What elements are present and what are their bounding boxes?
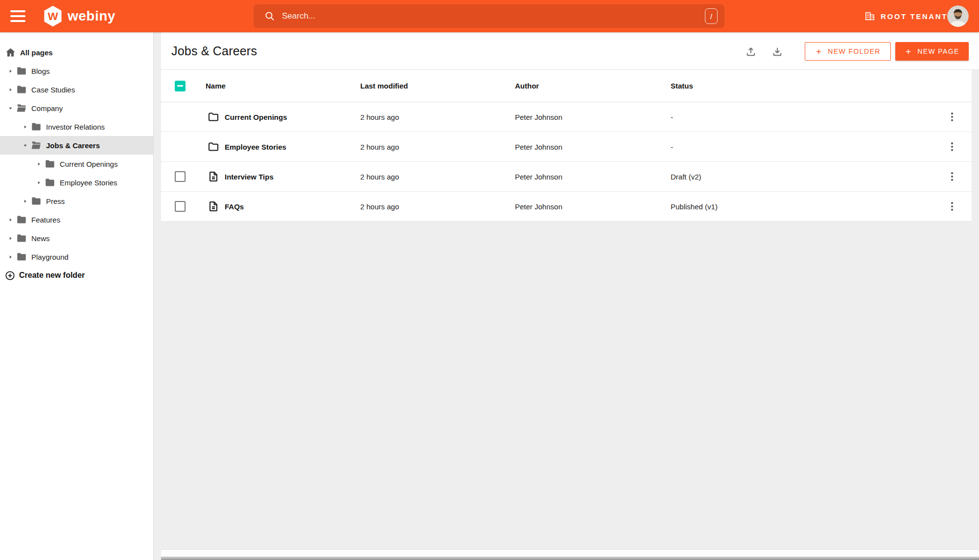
sidebar: All pages Blogs Case Studies Company Inv… bbox=[0, 32, 154, 560]
folder-icon bbox=[16, 66, 27, 76]
chevron-down-icon[interactable] bbox=[6, 104, 15, 112]
row-status: - bbox=[671, 143, 944, 151]
main-content: Jobs & Careers NEW FOLDER NEW PAGE Name … bbox=[154, 32, 979, 560]
row-modified: 2 hours ago bbox=[360, 202, 515, 211]
sidebar-item-case-studies[interactable]: Case Studies bbox=[0, 80, 153, 99]
top-bar: W webiny / ROOT TENANT bbox=[0, 0, 979, 32]
row-name[interactable]: Interview Tips bbox=[225, 173, 274, 181]
search-bar[interactable]: / bbox=[254, 4, 724, 28]
create-folder-label: Create new folder bbox=[19, 271, 85, 280]
page-title: Jobs & Careers bbox=[171, 44, 257, 58]
table-row[interactable]: Current Openings 2 hours ago Peter Johns… bbox=[161, 102, 972, 132]
row-author: Peter Johnson bbox=[515, 202, 671, 211]
sidebar-item-label: Employee Stories bbox=[60, 179, 117, 187]
row-name[interactable]: Employee Stories bbox=[225, 143, 286, 151]
sidebar-item-label: Case Studies bbox=[31, 86, 75, 94]
bottom-shadow bbox=[161, 557, 979, 560]
new-folder-label: NEW FOLDER bbox=[828, 47, 880, 55]
sidebar-item-investor-relations[interactable]: Investor Relations bbox=[0, 117, 153, 136]
table-row[interactable]: Interview Tips 2 hours ago Peter Johnson… bbox=[161, 162, 972, 192]
folder-icon bbox=[16, 233, 27, 244]
sidebar-item-label: Blogs bbox=[31, 67, 50, 75]
column-header-author[interactable]: Author bbox=[515, 82, 671, 90]
folder-icon bbox=[208, 141, 219, 153]
row-actions-kebab-icon[interactable] bbox=[945, 200, 959, 213]
row-actions-kebab-icon[interactable] bbox=[945, 110, 959, 124]
folder-open-icon bbox=[16, 103, 27, 113]
sidebar-item-label: Playground bbox=[31, 253, 69, 261]
chevron-right-icon[interactable] bbox=[34, 159, 43, 168]
chevron-right-icon[interactable] bbox=[6, 234, 15, 243]
avatar[interactable] bbox=[947, 5, 969, 27]
plus-icon bbox=[815, 48, 822, 55]
sidebar-item-employee-stories[interactable]: Employee Stories bbox=[0, 173, 153, 192]
row-actions-kebab-icon[interactable] bbox=[945, 140, 959, 154]
sidebar-item-label: News bbox=[31, 234, 50, 243]
sidebar-item-label: Jobs & Careers bbox=[46, 141, 100, 150]
sidebar-item-press[interactable]: Press bbox=[0, 192, 153, 210]
new-folder-button[interactable]: NEW FOLDER bbox=[805, 42, 891, 61]
folder-icon bbox=[16, 84, 27, 95]
chevron-right-icon[interactable] bbox=[6, 85, 15, 94]
row-actions-kebab-icon[interactable] bbox=[945, 170, 959, 183]
sidebar-item-company[interactable]: Company bbox=[0, 99, 153, 117]
sidebar-item-label: All pages bbox=[20, 48, 53, 57]
import-upload-icon[interactable] bbox=[741, 42, 761, 61]
logo-wordmark: webiny bbox=[68, 8, 116, 24]
header-actions: NEW FOLDER NEW PAGE bbox=[741, 42, 969, 61]
sidebar-item-label: Features bbox=[31, 216, 60, 224]
row-name[interactable]: Current Openings bbox=[225, 113, 287, 121]
sidebar-item-label: Investor Relations bbox=[46, 123, 105, 131]
new-page-label: NEW PAGE bbox=[917, 47, 959, 55]
svg-text:W: W bbox=[47, 10, 58, 22]
folder-icon bbox=[45, 158, 55, 169]
create-new-folder-button[interactable]: Create new folder bbox=[0, 266, 153, 285]
home-icon bbox=[5, 47, 16, 58]
chevron-right-icon[interactable] bbox=[6, 252, 15, 261]
row-status: Draft (v2) bbox=[671, 173, 944, 181]
select-all-checkbox[interactable] bbox=[175, 81, 186, 91]
chevron-right-icon[interactable] bbox=[6, 215, 15, 224]
search-input[interactable] bbox=[282, 11, 705, 21]
chevron-right-icon[interactable] bbox=[34, 178, 43, 187]
new-page-button[interactable]: NEW PAGE bbox=[895, 42, 969, 61]
sidebar-item-current-openings[interactable]: Current Openings bbox=[0, 155, 153, 173]
export-download-icon[interactable] bbox=[768, 42, 787, 61]
sidebar-item-label: Company bbox=[31, 104, 63, 112]
column-header-name[interactable]: Name bbox=[206, 82, 360, 90]
table-row[interactable]: Employee Stories 2 hours ago Peter Johns… bbox=[161, 132, 972, 162]
chevron-down-icon[interactable] bbox=[21, 141, 29, 150]
row-name[interactable]: FAQs bbox=[225, 202, 244, 211]
sidebar-item-all-pages[interactable]: All pages bbox=[0, 43, 153, 62]
sidebar-item-news[interactable]: News bbox=[0, 229, 153, 247]
tenant-selector[interactable]: ROOT TENANT bbox=[864, 0, 948, 32]
page-document-icon bbox=[208, 201, 219, 212]
pages-table: Name Last modified Author Status Current… bbox=[161, 70, 972, 222]
chevron-right-icon[interactable] bbox=[6, 67, 15, 75]
table-row[interactable]: FAQs 2 hours ago Peter Johnson Published… bbox=[161, 192, 972, 222]
folder-icon bbox=[208, 111, 219, 123]
sidebar-item-playground[interactable]: Playground bbox=[0, 247, 153, 266]
row-author: Peter Johnson bbox=[515, 173, 671, 181]
chevron-right-icon[interactable] bbox=[21, 197, 29, 205]
sidebar-item-label: Press bbox=[46, 197, 65, 205]
page-header: Jobs & Careers NEW FOLDER NEW PAGE bbox=[161, 32, 979, 70]
column-header-modified[interactable]: Last modified bbox=[360, 82, 515, 90]
plus-icon bbox=[905, 48, 912, 55]
row-checkbox[interactable] bbox=[175, 171, 186, 182]
menu-icon[interactable] bbox=[10, 10, 27, 22]
row-modified: 2 hours ago bbox=[360, 173, 515, 181]
row-status: - bbox=[671, 113, 944, 121]
sidebar-item-features[interactable]: Features bbox=[0, 210, 153, 229]
row-status: Published (v1) bbox=[671, 202, 944, 211]
plus-circle-icon bbox=[5, 270, 15, 281]
row-modified: 2 hours ago bbox=[360, 113, 515, 121]
column-header-status[interactable]: Status bbox=[671, 82, 944, 90]
folder-icon bbox=[31, 121, 42, 132]
chevron-right-icon[interactable] bbox=[21, 122, 29, 131]
sidebar-item-jobs-careers[interactable]: Jobs & Careers bbox=[0, 136, 153, 155]
sidebar-item-blogs[interactable]: Blogs bbox=[0, 62, 153, 80]
folder-tree: All pages Blogs Case Studies Company Inv… bbox=[0, 32, 153, 285]
row-checkbox[interactable] bbox=[175, 201, 186, 212]
horizontal-scrollbar-track[interactable] bbox=[161, 549, 979, 557]
